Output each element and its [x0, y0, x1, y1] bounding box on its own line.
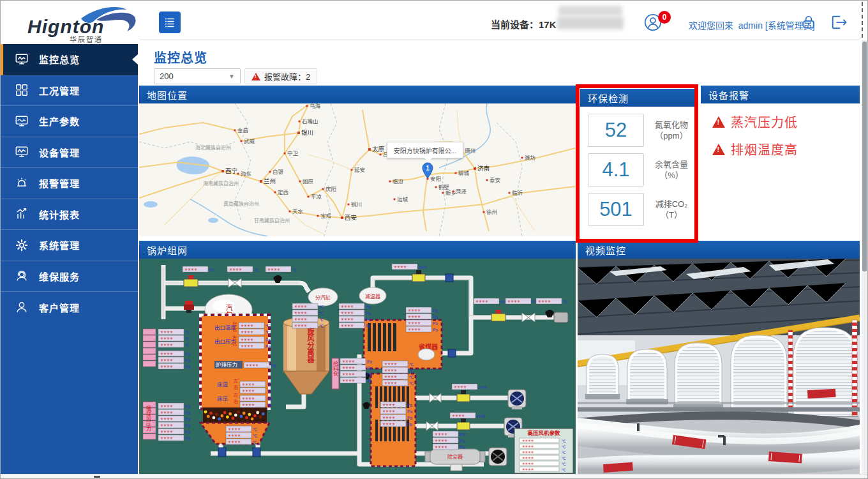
svg-text:✳✳✳✳: ✳✳✳✳ [242, 397, 255, 400]
svg-text:Pa: Pa [366, 305, 371, 309]
svg-text:✳✳✳✳: ✳✳✳✳ [454, 385, 467, 389]
svg-text:黄南藏族自治州: 黄南藏族自治州 [223, 201, 259, 207]
lock-screen-button[interactable] [800, 13, 817, 31]
list-menu-icon [163, 16, 176, 29]
svg-text:右: 右 [234, 399, 238, 404]
sidebar-item-label: 监控总览 [39, 52, 80, 66]
svg-text:Pa: Pa [433, 328, 438, 332]
svg-text:℃: ℃ [562, 445, 566, 449]
chart-icon [15, 207, 29, 221]
svg-text:聊城: 聊城 [458, 170, 470, 176]
boiler-room-photo [578, 259, 860, 475]
svg-text:✳✳✳✳: ✳✳✳✳ [342, 366, 355, 370]
sidebar-item-customer-management[interactable]: 客户管理 [1, 292, 138, 323]
sidebar-item-production-params[interactable]: 生产参数 [1, 106, 138, 137]
svg-text:℃: ℃ [409, 362, 414, 367]
svg-text:庆阳: 庆阳 [326, 186, 336, 192]
alarm-fault-chip: 报警故障：2 [244, 68, 317, 84]
svg-text:左: 左 [234, 392, 238, 397]
scrollbar-thumb[interactable] [862, 42, 867, 271]
svg-text:✳✳✳✳: ✳✳✳✳ [294, 311, 307, 315]
sidebar-item-label: 统计报表 [39, 208, 80, 221]
sidebar-item-monitor-overview[interactable]: 监控总览 [1, 44, 138, 75]
sidebar-item-statistics-report[interactable]: 统计报表 [1, 199, 138, 231]
svg-text:1: 1 [426, 165, 430, 172]
svg-text:℃: ℃ [267, 389, 271, 393]
svg-text:✳✳✳✳: ✳✳✳✳ [160, 343, 173, 347]
sidebar-item-alarm-management[interactable]: 报警管理 [1, 168, 138, 199]
horizontal-scrollbar[interactable] [1, 474, 868, 478]
svg-text:分汽缸: 分汽缸 [315, 294, 331, 301]
svg-text:℃: ℃ [253, 427, 257, 432]
svg-text:Pa: Pa [367, 360, 372, 364]
device-select[interactable]: 200 ▼ [154, 68, 241, 84]
welcome-text: 欢迎您回来 admin [系统管理员] [689, 19, 815, 31]
logout-button[interactable] [829, 13, 848, 31]
svg-text:泰安: 泰安 [490, 177, 500, 183]
video-feed[interactable] [578, 259, 860, 475]
user-icon [15, 300, 29, 314]
menu-toggle-button[interactable] [159, 11, 181, 33]
svg-text:✳✳✳✳: ✳✳✳✳ [229, 268, 242, 271]
sidebar-item-working-condition[interactable]: 工况管理 [1, 75, 138, 107]
map-marker-pin[interactable]: 1 [421, 162, 434, 179]
svg-text:天水: 天水 [292, 208, 304, 215]
svg-text:✳✳✳✳: ✳✳✳✳ [341, 311, 354, 315]
sidebar-item-maintenance-service[interactable]: 维保服务 [1, 261, 138, 293]
svg-text:中卫: 中卫 [287, 150, 299, 156]
svg-text:✳✳✳✳: ✳✳✳✳ [228, 434, 241, 437]
svg-text:菏泽: 菏泽 [456, 188, 467, 195]
env-monitor-panel: 环保检测 52 氮氧化物（ppm） 4.1 余氧含量（%） 501 减排CO₂（… [580, 89, 695, 240]
svg-text:✳✳✳✳: ✳✳✳✳ [160, 330, 173, 334]
map-tooltip[interactable]: 安阳方快锅炉有限公... [387, 142, 463, 158]
svg-text:✳✳✳✳: ✳✳✳✳ [522, 450, 534, 454]
svg-text:左: 左 [234, 378, 238, 383]
svg-text:℃: ℃ [292, 268, 297, 272]
svg-text:℃: ℃ [562, 439, 566, 443]
svg-text:℃: ℃ [266, 330, 270, 335]
coal-wind-label: 播煤风压力 [146, 405, 151, 432]
svg-text:✳✳✳✳: ✳✳✳✳ [522, 445, 534, 448]
metric-nox: 52 氮氧化物（ppm） [588, 114, 692, 147]
svg-text:✳✳✳✳: ✳✳✳✳ [408, 315, 421, 319]
svg-text:✳✳✳✳: ✳✳✳✳ [341, 317, 354, 321]
svg-text:铜川: 铜川 [351, 201, 362, 208]
svg-text:m³/h: m³/h [419, 265, 427, 270]
svg-text:Pa: Pa [185, 352, 190, 356]
sidebar-item-system-management[interactable]: 系统管理 [1, 230, 138, 261]
svg-text:✳✳✳✳: ✳✳✳✳ [522, 468, 534, 471]
page-title: 监控总览 [154, 48, 207, 66]
logout-icon [829, 13, 848, 31]
svg-text:✳✳✳✳: ✳✳✳✳ [294, 305, 307, 308]
warning-triangle-icon [251, 73, 260, 80]
svg-text:✳✳✳✳: ✳✳✳✳ [475, 300, 488, 303]
svg-text:银川: 银川 [301, 129, 313, 136]
svg-text:✳✳✳✳: ✳✳✳✳ [538, 300, 551, 303]
boiler-scada-diagram[interactable]: 汽包 分汽缸 减温器 [139, 259, 576, 475]
svg-text:Pa: Pa [271, 363, 276, 368]
svg-text:℃: ℃ [254, 268, 258, 272]
svg-text:✳✳✳✳: ✳✳✳✳ [160, 436, 173, 440]
map-canvas[interactable]: 乌海石嘴山银川中卫金昌武威西宁海东白银兰州定西固原庆阳平凉天水宝鸡西安铜川延安太… [139, 103, 576, 236]
sidebar-item-device-management[interactable]: 设备管理 [1, 137, 138, 169]
svg-text:✳✳✳✳: ✳✳✳✳ [241, 324, 253, 328]
monitor-wave-icon [15, 145, 29, 159]
svg-text:✳✳✳✳: ✳✳✳✳ [160, 417, 173, 421]
svg-text:✳✳✳✳: ✳✳✳✳ [408, 308, 421, 312]
svg-text:✳✳✳✳: ✳✳✳✳ [382, 409, 395, 413]
alarm-row: 排烟温度高 [712, 140, 860, 158]
svg-text:✳✳✳✳: ✳✳✳✳ [160, 352, 173, 356]
svg-text:℃: ℃ [319, 305, 324, 309]
pin-icon: 1 [421, 162, 434, 179]
svg-text:Pa: Pa [460, 445, 465, 450]
scrollbar-thumb[interactable] [94, 476, 100, 478]
svg-text:✳✳✳✳: ✳✳✳✳ [435, 445, 447, 449]
warning-triangle-icon [712, 116, 725, 128]
svg-text:✳✳✳✳: ✳✳✳✳ [242, 383, 255, 386]
svg-text:减温器: 减温器 [365, 293, 380, 300]
svg-text:Pa: Pa [407, 403, 412, 407]
vertical-scrollbar[interactable] [862, 40, 867, 475]
svg-text:潍坊: 潍坊 [525, 155, 536, 161]
video-monitor-panel: 视频监控 [578, 241, 860, 475]
svg-text:℃: ℃ [267, 383, 271, 387]
